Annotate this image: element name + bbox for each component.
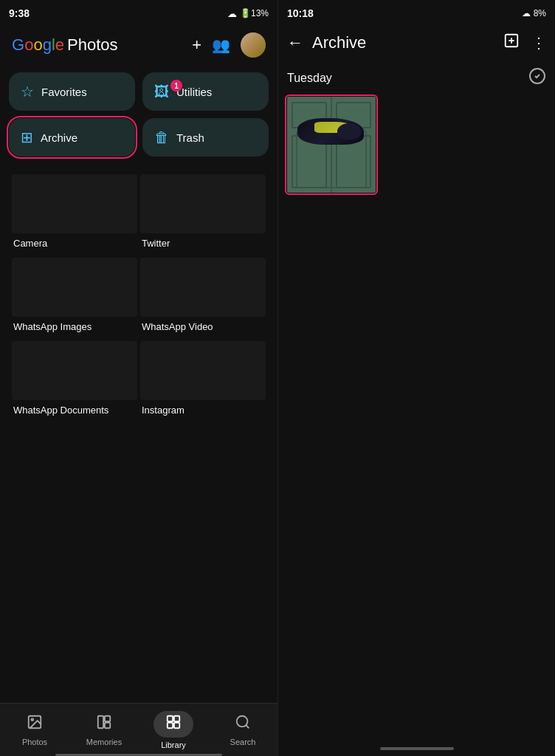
svg-rect-5 — [168, 715, 173, 721]
header-actions-left: + 👥 — [192, 32, 266, 58]
album-row-1: Camera Twitter — [12, 174, 266, 255]
nav-memories[interactable]: Memories — [69, 714, 139, 746]
album-whatsapp-video-thumb — [140, 258, 266, 317]
archive-content: Tuesday — [278, 61, 555, 756]
status-icons-right: ☁ 8% — [522, 8, 546, 18]
shoe-photo-content — [287, 97, 376, 193]
album-whatsapp-documents-thumb — [12, 341, 137, 400]
album-whatsapp-images[interactable]: WhatsApp Images — [12, 258, 137, 338]
album-instagram-name: Instagram — [140, 405, 266, 416]
svg-rect-2 — [98, 715, 103, 728]
photos-nav-icon — [27, 714, 43, 735]
section-select-check[interactable] — [528, 67, 546, 89]
photo-grid-tuesday — [287, 97, 546, 193]
utilities-button[interactable]: 🖼 Utilities 1 — [142, 72, 269, 111]
album-row-2: WhatsApp Images WhatsApp Video — [12, 258, 266, 338]
logo-photos-text: Photos — [67, 35, 118, 55]
trash-label: Trash — [176, 131, 204, 144]
album-whatsapp-video-name: WhatsApp Video — [140, 321, 266, 332]
album-instagram-thumb — [140, 341, 266, 400]
album-twitter[interactable]: Twitter — [140, 174, 266, 255]
avatar[interactable] — [241, 32, 266, 58]
svg-rect-6 — [174, 715, 179, 721]
album-whatsapp-images-thumb — [12, 258, 137, 317]
app-logo: Google Photos — [12, 35, 118, 55]
utilities-badge: 1 — [170, 80, 182, 92]
status-time-right: 10:18 — [287, 7, 314, 19]
status-bar-right: 10:18 ☁ 8% — [278, 0, 555, 27]
favorites-label: Favorites — [41, 86, 87, 98]
photo-shoe[interactable] — [287, 97, 376, 193]
nav-memories-label: Memories — [86, 738, 122, 746]
album-whatsapp-documents[interactable]: WhatsApp Documents — [12, 341, 137, 422]
album-whatsapp-images-name: WhatsApp Images — [12, 321, 137, 332]
archive-icon: ⊞ — [21, 128, 33, 146]
album-camera-thumb — [12, 174, 137, 233]
header-left: Google Photos + 👥 — [0, 27, 278, 66]
battery-icon-left: 🔋13% — [240, 8, 269, 18]
library-nav-icon — [165, 715, 182, 734]
cloud-icon-right: ☁ — [522, 8, 531, 18]
svg-rect-8 — [174, 722, 179, 727]
svg-rect-3 — [105, 715, 110, 721]
archive-button[interactable]: ⊞ Archive — [9, 118, 135, 157]
memories-nav-icon — [96, 714, 112, 735]
album-row-3: WhatsApp Documents Instagram — [12, 341, 266, 422]
svg-rect-7 — [168, 722, 173, 727]
bottom-nav-left: Photos Memories — [0, 703, 278, 756]
album-instagram[interactable]: Instagram — [140, 341, 266, 422]
status-icons-left: ☁ 🔋13% — [227, 8, 269, 19]
nav-library[interactable]: Library — [139, 711, 208, 749]
people-button[interactable]: 👥 — [212, 36, 230, 54]
header-archive: ← Archive ⋮ — [278, 27, 555, 61]
archive-header-actions: ⋮ — [503, 32, 546, 52]
album-camera-name: Camera — [12, 238, 137, 249]
status-time-left: 9:38 — [9, 7, 30, 19]
library-grid: ☆ Favorites 🖼 Utilities 1 ⊞ Archive 🗑 Tr… — [0, 66, 278, 162]
left-panel: 9:38 ☁ 🔋13% Google Photos + 👥 ☆ Favorite… — [0, 0, 278, 756]
album-camera[interactable]: Camera — [12, 174, 137, 255]
album-twitter-name: Twitter — [140, 238, 266, 249]
nav-search[interactable]: Search — [208, 714, 278, 746]
svg-point-1 — [31, 718, 33, 721]
more-options-button[interactable]: ⋮ — [531, 34, 546, 52]
album-twitter-thumb — [140, 174, 266, 233]
archive-label: Archive — [41, 131, 77, 144]
search-nav-icon — [235, 714, 251, 735]
section-tuesday-header: Tuesday — [287, 67, 546, 89]
nav-photos-label: Photos — [22, 738, 47, 746]
back-button[interactable]: ← — [287, 33, 303, 52]
album-whatsapp-documents-name: WhatsApp Documents — [12, 405, 137, 416]
nav-photos[interactable]: Photos — [0, 714, 69, 746]
svg-point-9 — [237, 715, 248, 726]
trash-icon: 🗑 — [154, 129, 169, 146]
nav-search-label: Search — [230, 738, 256, 746]
star-icon: ☆ — [21, 83, 34, 100]
right-panel: 10:18 ☁ 8% ← Archive ⋮ Tuesday — [278, 0, 555, 756]
archive-page-title: Archive — [312, 33, 494, 52]
battery-icon-right: 8% — [534, 8, 546, 18]
album-whatsapp-video[interactable]: WhatsApp Video — [140, 258, 266, 338]
section-day-label: Tuesday — [287, 72, 332, 85]
svg-rect-4 — [105, 722, 110, 727]
home-indicator-right — [380, 747, 454, 750]
cloud-icon: ☁ — [227, 8, 237, 19]
add-button[interactable]: + — [192, 35, 201, 55]
svg-line-10 — [246, 725, 249, 728]
albums-section: Camera Twitter WhatsApp Images WhatsApp … — [0, 162, 278, 425]
status-bar-left: 9:38 ☁ 🔋13% — [0, 0, 278, 27]
utilities-icon: 🖼 — [154, 83, 169, 100]
trash-button[interactable]: 🗑 Trash — [142, 118, 269, 157]
nav-library-label: Library — [161, 740, 186, 749]
favorites-button[interactable]: ☆ Favorites — [9, 72, 135, 111]
add-to-archive-button[interactable] — [503, 32, 520, 52]
